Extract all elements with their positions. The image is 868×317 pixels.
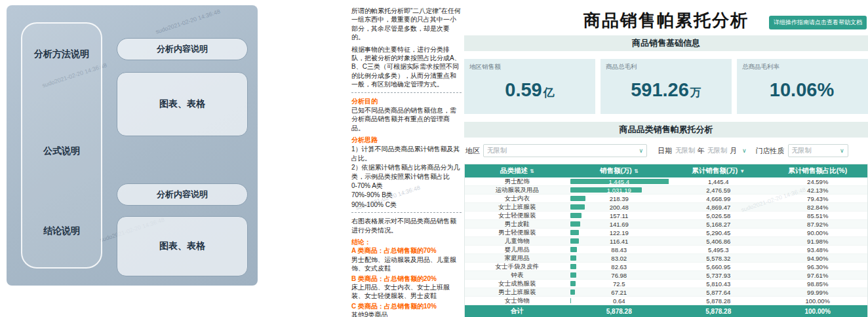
pct-cell: 87.92% (768, 220, 867, 228)
sort-desc-icon[interactable]: ▼ (740, 168, 745, 174)
cumulative-cell: 5,877.64 (669, 288, 768, 296)
cumulative-cell: 4,668.99 (669, 195, 768, 202)
purpose-text: 已知不同品类商品的销售额信息，需分析商品销售额并有重点的管理商品。 (351, 106, 462, 132)
sales-cell: 72.5 (569, 280, 669, 288)
sales-value: 76.98 (611, 272, 627, 279)
pct-cell: 97.61% (768, 271, 867, 279)
sales-bar (570, 196, 585, 201)
approach-line: 1）计算不同品类商品累计销售额及其占比。 (351, 145, 462, 162)
date-year-value: 无限制 (675, 146, 695, 155)
sales-value: 1,031.19 (607, 187, 631, 194)
section-basic-info: 商品销售基础信息 (464, 35, 868, 51)
conclusion-a-title: A 类商品：占总销售额的70% (351, 246, 462, 255)
table-row[interactable]: 女士轻便服装157.115,026.5885.51% (465, 212, 867, 220)
approach-line: 0-70% A类 (351, 181, 462, 190)
diagram-label-method: 分析方法说明 (22, 48, 101, 60)
filter-row: 地区 无限制 ∨ 日期 无限制 年 无限制 月 ∨ 门店性质 无限制 ∨ (464, 143, 868, 158)
table-row[interactable]: 女士内衣218.394,668.9979.43% (465, 195, 867, 203)
kpi-label: 总商品毛利率 (742, 63, 779, 71)
sales-cell: 122.19 (569, 229, 669, 236)
pct-cell: 85.51% (768, 212, 867, 219)
category-cell: 男士配饰 (465, 177, 569, 185)
pct-cell: 42.13% (768, 186, 867, 194)
sales-cell: 116.41 (569, 237, 669, 245)
cumulative-cell: 5,578.32 (669, 254, 768, 262)
kpi-label: 地区销售额 (469, 63, 501, 71)
sales-bar (570, 221, 580, 227)
pct-cell: 24.59% (768, 177, 867, 185)
date-year-unit: 年 (698, 146, 705, 156)
table-row[interactable]: 男士配饰1,445.41,445.424.59% (465, 177, 867, 186)
category-cell: 婴儿用品 (465, 246, 569, 253)
diagram-pill-content-note: 分析内容说明 (117, 38, 248, 60)
header-pct[interactable]: 累计销售额占比(%) (768, 164, 867, 177)
sales-value: 200.48 (610, 204, 629, 211)
methodology-diagram: sudo2021-02-20 14:36:48 sudo2021-02-20 1… (7, 5, 258, 286)
category-cell: 男士上班服装 (465, 288, 569, 296)
dashboard: 所谓的帕累托分析即“二八定律”在任何一组东西中，最重要的只占其中一小部分，其余尽… (347, 0, 868, 317)
sales-bar (570, 264, 576, 269)
category-cell: 儿童饰物 (465, 237, 569, 245)
sales-value: 83.02 (611, 255, 627, 262)
date-filter[interactable]: 无限制 年 无限制 月 ∨ (675, 144, 747, 157)
cumulative-cell: 5,495.3 (669, 246, 768, 253)
table-row[interactable]: 运动服装及用品1,031.192,476.5942.13% (465, 186, 867, 195)
table-row[interactable]: 男士上班服装67.215,877.6499.99% (465, 288, 867, 297)
cumulative-cell: 2,476.59 (669, 186, 768, 194)
sales-bar (570, 255, 576, 261)
table-row[interactable]: 女士饰物0.645,878.28100.00% (465, 297, 867, 305)
sales-cell: 88.43 (569, 246, 669, 253)
table-row[interactable]: 家庭用品83.025,578.3294.90% (465, 254, 867, 263)
table-header-row: 品类描述 ⇅ 销售额(万) ⇅ 累计销售额(万) ▼ 累计销售额占比(%) (465, 164, 867, 177)
category-cell: 女士成熟服装 (465, 280, 569, 288)
sales-value: 116.41 (610, 238, 628, 245)
sales-value: 0.64 (613, 297, 625, 305)
cumulative-cell: 5,026.58 (669, 212, 768, 219)
header-category[interactable]: 品类描述 ⇅ (465, 164, 569, 177)
sales-bar (570, 281, 576, 286)
approach-heading: 分析思路 (351, 136, 462, 144)
pct-cell: 79.43% (768, 195, 867, 202)
sales-cell: 218.39 (569, 195, 669, 202)
cumulative-cell: 5,290.45 (669, 229, 768, 236)
table-row[interactable]: 男士皮鞋141.695,168.2787.92% (465, 220, 867, 229)
table-row[interactable]: 男士轻便服装122.195,290.4590.00% (465, 229, 867, 237)
table-row[interactable]: 女士手袋及皮件82.635,660.9596.30% (465, 263, 867, 271)
table-body: 男士配饰1,445.41,445.424.59%运动服装及用品1,031.192… (465, 177, 867, 305)
header-sales[interactable]: 销售额(万) ⇅ (569, 164, 669, 177)
cumulative-cell: 1,445.4 (669, 177, 768, 185)
total-label: 合计 (465, 305, 569, 317)
result-intro: 右图表格展示对不同品类商品销售额进行分类情况。 (351, 217, 462, 234)
sales-bar (570, 213, 582, 218)
header-cumulative[interactable]: 累计销售额(万) ▼ (669, 164, 768, 177)
pareto-table: 品类描述 ⇅ 销售额(万) ⇅ 累计销售额(万) ▼ 累计销售额占比(%) 男士… (464, 164, 868, 317)
region-select[interactable]: 无限制 ∨ (483, 144, 647, 157)
cumulative-cell: 5,737.93 (669, 271, 768, 279)
kpi-unit: 万 (690, 80, 701, 100)
sales-value: 157.11 (610, 212, 628, 219)
kpi-card-gross-margin: 总商品毛利率 10.06% (737, 59, 868, 114)
pct-cell: 98.85% (768, 280, 867, 288)
pct-cell: 99.99% (768, 288, 867, 296)
help-button[interactable]: 详细操作指南请点击查看帮助文档 (769, 16, 867, 29)
kpi-number: 0.59 (505, 79, 542, 101)
total-pct: 100.00% (768, 305, 867, 317)
sales-cell: 200.48 (569, 203, 669, 211)
sales-value: 82.63 (611, 263, 627, 270)
approach-line: 2）依据累计销售额占比将商品分为几类，示例品类按照累计销售额占比 (351, 163, 462, 181)
table-row[interactable]: 女士上班服装200.484,869.4782.84% (465, 203, 867, 212)
approach-line: 70%-90% B类 (351, 191, 462, 199)
table-row[interactable]: 婴儿用品88.435,495.393.48% (465, 246, 867, 254)
sort-icon[interactable]: ⇅ (634, 168, 639, 174)
store-type-select[interactable]: 无限制 ∨ (788, 144, 848, 157)
table-row[interactable]: 儿童饰物116.415,406.8691.98% (465, 237, 867, 246)
chevron-down-icon: ∨ (639, 147, 643, 154)
cumulative-cell: 4,869.47 (669, 203, 768, 211)
table-row[interactable]: 钟表76.985,737.9397.61% (465, 271, 867, 280)
conclusion-c-title: C 类商品：占总销售额的10% (351, 302, 462, 310)
purpose-heading: 分析目的 (351, 97, 462, 105)
table-row[interactable]: 女士成熟服装72.55,810.4398.85% (465, 280, 867, 288)
conclusion-b-title: B 类商品：占总销售额的20% (351, 274, 462, 283)
sort-icon[interactable]: ⇅ (530, 168, 534, 174)
cumulative-cell: 5,168.27 (669, 220, 768, 228)
